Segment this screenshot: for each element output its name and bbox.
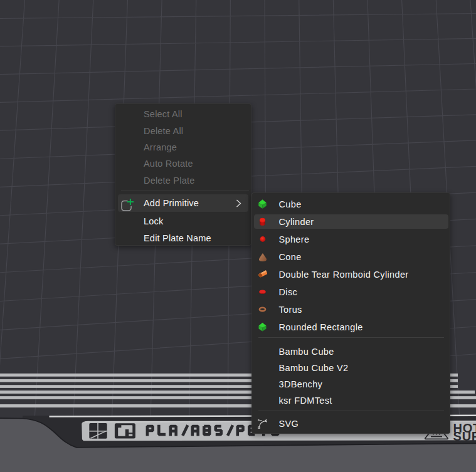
menu-item-label: Select All: [115, 109, 182, 119]
submenu-item-svg[interactable]: SVG: [252, 415, 450, 433]
menu-item-add-primitive[interactable]: Add Primitive: [115, 194, 251, 212]
menu-item-edit-plate-name[interactable]: Edit Plate Name: [115, 229, 251, 245]
submenu-item-double-tear-romboid-cylinder[interactable]: Double Tear Romboid Cylinder: [252, 266, 450, 283]
submenu-item-label: SVG: [252, 419, 299, 429]
submenu-separator: [258, 337, 444, 338]
bambu-logo: [89, 423, 107, 439]
submenu-item-label: Sphere: [252, 234, 309, 244]
submenu-item-label: Disc: [252, 287, 297, 297]
submenu-item-label: Cone: [252, 252, 302, 262]
submenu-item-sphere[interactable]: Sphere: [252, 231, 450, 248]
submenu-item-label: Double Tear Romboid Cylinder: [252, 270, 409, 280]
menu-item-label: Add Primitive: [115, 198, 199, 208]
menu-item-select-all[interactable]: Select All: [115, 106, 251, 122]
submenu-item-label: Rounded Rectangle: [252, 322, 363, 332]
menu-item-label: Edit Plate Name: [115, 233, 211, 243]
submenu-item-disc[interactable]: Disc: [252, 283, 450, 301]
menu-separator: [121, 191, 249, 191]
submenu-item-cone[interactable]: Cone: [252, 248, 450, 266]
add-primitive-submenu: Cube Cylinder: [251, 192, 450, 434]
plate-model-logo: [115, 423, 135, 438]
menu-item-label: Lock: [115, 216, 163, 226]
submenu-item-ksr-fdmtest[interactable]: ksr FDMTest: [252, 392, 450, 409]
submenu-item-torus[interactable]: Torus: [252, 301, 450, 318]
submenu-item-cube[interactable]: Cube: [252, 196, 450, 213]
submenu-item-label: Cube: [252, 199, 302, 209]
submenu-item-label: Torus: [252, 305, 302, 315]
menu-item-lock[interactable]: Lock: [115, 212, 251, 230]
menu-item-label: Delete Plate: [115, 176, 194, 186]
submenu-item-bambu-cube-v2[interactable]: Bambu Cube V2: [252, 360, 450, 376]
submenu-separator: [258, 411, 444, 411]
menu-item-auto-rotate[interactable]: Auto Rotate: [115, 155, 251, 172]
menu-item-delete-plate[interactable]: Delete Plate: [115, 172, 251, 189]
viewport-3d[interactable]: HOT SURFACE Select All Delete All Arrang…: [0, 0, 476, 472]
submenu-item-label: Bambu Cube V2: [252, 363, 348, 373]
menu-item-delete-all[interactable]: Delete All: [115, 122, 251, 139]
menu-item-arrange[interactable]: Arrange: [115, 139, 251, 155]
submenu-item-label: Bambu Cube: [252, 347, 334, 357]
submenu-item-cylinder[interactable]: Cylinder: [252, 213, 450, 231]
submenu-arrow-icon: [236, 199, 241, 207]
menu-item-label: Delete All: [115, 126, 183, 136]
submenu-item-label: 3DBenchy: [252, 379, 322, 389]
submenu-item-bambu-cube[interactable]: Bambu Cube: [252, 344, 450, 360]
submenu-item-label: Cylinder: [252, 217, 314, 227]
submenu-item-label: ksr FDMTest: [252, 396, 332, 406]
context-menu: Select All Delete All Arrange Auto Rotat…: [115, 103, 251, 246]
submenu-item-rounded-rectangle[interactable]: Rounded Rectangle: [252, 318, 450, 336]
menu-item-label: Auto Rotate: [115, 159, 193, 169]
warning-text-line2: SURFACE: [453, 429, 476, 443]
menu-item-label: Arrange: [115, 142, 177, 152]
submenu-item-3dbenchy[interactable]: 3DBenchy: [252, 376, 450, 392]
